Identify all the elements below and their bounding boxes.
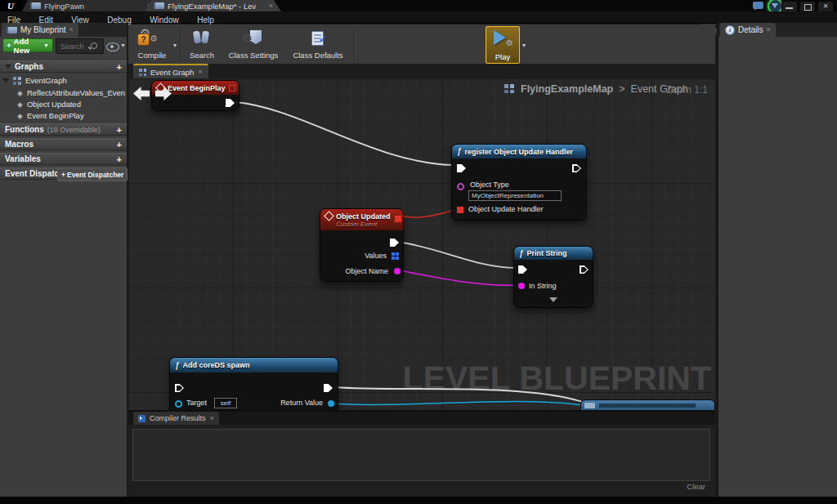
node-register-object-update-handler[interactable]: register Object Update Handler Object Ty… [451, 144, 587, 221]
chevron-down-icon[interactable]: ▾ [173, 42, 177, 49]
function-icon [175, 361, 180, 370]
return-value-pin[interactable] [328, 400, 334, 407]
search-button[interactable]: Search [183, 27, 221, 61]
feedback-bubble-icon[interactable] [753, 2, 763, 9]
function-icon [457, 147, 462, 156]
target-pin[interactable] [175, 400, 182, 408]
node-title: Add coreDS spawn [183, 361, 250, 369]
tree-item-reflectattributevalues[interactable]: ReflectAttributeValues_Even [0, 87, 144, 98]
section-graphs[interactable]: Graphs [0, 60, 127, 73]
delegate-pin[interactable] [229, 85, 235, 91]
taskbar-strip: 5:10 PM [0, 497, 837, 504]
my-blueprint-panel: My Blueprint Add New Graphs EventGraph [0, 23, 128, 497]
minimize-button[interactable] [781, 1, 798, 12]
close-icon[interactable] [269, 2, 273, 10]
toolbar-separator [180, 27, 181, 61]
panel-tab-strip: Details [718, 23, 837, 37]
search-label: Search [183, 51, 221, 60]
tree-item-object-updated[interactable]: Object Updated [0, 99, 144, 109]
add-variable-icon[interactable] [117, 154, 122, 164]
chevron-down-icon[interactable] [120, 42, 126, 48]
panel-tab-strip: Compiler Results [128, 412, 715, 425]
unreal-logo-icon: U [0, 0, 21, 11]
exec-in-pin[interactable] [457, 164, 466, 172]
tree-item-eventgraph[interactable]: EventGraph [0, 75, 129, 86]
blueprint-book-icon [154, 2, 164, 9]
eye-filter-icon[interactable] [106, 42, 119, 51]
tab-compiler-results[interactable]: Compiler Results [133, 412, 219, 425]
class-settings-label: Class Settings [224, 51, 283, 60]
compile-button[interactable]: Compile [133, 27, 171, 61]
tab-my-blueprint[interactable]: My Blueprint [2, 23, 78, 37]
in-string-pin[interactable] [518, 283, 525, 289]
clear-button[interactable]: Clear [687, 482, 705, 491]
exec-out-pin[interactable] [324, 384, 333, 392]
close-icon[interactable] [198, 69, 202, 76]
object-type-field[interactable]: MyObjectRepresentation [468, 190, 562, 201]
play-button[interactable]: Play [486, 26, 520, 64]
add-event-dispatcher-button[interactable]: Event Dispatcher [57, 167, 128, 181]
window-tab-flyingexamplemap[interactable]: FlyingExampleMap* - Lev [145, 0, 281, 11]
tab-event-graph[interactable]: Event Graph [133, 64, 208, 78]
expand-node-icon[interactable] [549, 297, 557, 302]
object-name-pin[interactable] [394, 268, 401, 274]
graph-icon [504, 84, 515, 94]
section-variables[interactable]: Variables [0, 153, 127, 165]
tab-label: My Blueprint [20, 25, 66, 34]
section-functions[interactable]: Functions (19 Overridable) [0, 123, 127, 136]
class-defaults-label: Class Defaults [286, 51, 350, 60]
expander-icon[interactable] [5, 65, 11, 69]
close-icon[interactable] [767, 26, 771, 33]
exec-out-pin[interactable] [226, 99, 235, 107]
node-subtitle: Custom Event [336, 221, 377, 228]
exec-out-pin[interactable] [390, 239, 399, 247]
add-macro-icon[interactable] [117, 140, 122, 149]
class-defaults-icon [286, 27, 350, 50]
exec-in-pin[interactable] [175, 384, 184, 392]
close-icon[interactable] [69, 26, 74, 33]
close-icon[interactable] [210, 415, 214, 422]
exec-out-pin[interactable] [580, 265, 589, 274]
add-new-button[interactable]: Add New [2, 38, 53, 52]
section-label: Event Dispatch [5, 169, 64, 178]
node-add-coreds-spawn[interactable]: Add coreDS spawn Target self Return Valu… [169, 357, 338, 410]
pin-label: Values [365, 252, 387, 260]
class-settings-button[interactable]: Class Settings [224, 27, 283, 61]
expander-icon[interactable] [2, 78, 9, 83]
tab-details[interactable]: Details [720, 23, 776, 37]
node-object-updated[interactable]: Object Updated Custom Event Values Objec… [320, 208, 404, 282]
section-macros[interactable]: Macros [0, 138, 127, 150]
section-label: Graphs [15, 62, 43, 71]
window-tab-flyingpawn[interactable]: FlyingPawn [22, 0, 159, 11]
section-event-dispatchers[interactable]: Event Dispatch Event Dispatcher [0, 167, 127, 180]
tab-label: Compiler Results [150, 414, 206, 422]
event-graph-canvas[interactable]: LEVEL BLUEPRINT FlyingExampleMap > Event… [128, 78, 715, 410]
node-header[interactable]: register Object Update Handler [452, 145, 586, 158]
blueprint-book-icon [30, 2, 41, 9]
add-new-label: Add New [14, 37, 42, 55]
section-label: Functions [5, 125, 44, 134]
add-graph-icon[interactable] [117, 62, 122, 72]
object-update-handler-pin[interactable] [457, 207, 463, 213]
tree-item-event-beginplay[interactable]: Event BeginPlay [0, 110, 144, 121]
values-map-pin[interactable] [392, 252, 399, 260]
breadcrumb-root[interactable]: FlyingExampleMap [521, 83, 613, 95]
breadcrumb: FlyingExampleMap > Event Graph [504, 83, 688, 95]
event-diamond-icon [17, 100, 23, 109]
node-partial-bottom[interactable] [580, 399, 715, 410]
window-tab-label: FlyingPawn [44, 2, 84, 11]
event-diamond-icon [17, 89, 23, 97]
pin-label: Return Value [280, 399, 323, 407]
object-type-pin[interactable] [457, 183, 464, 190]
exec-out-pin[interactable] [572, 164, 581, 172]
add-function-icon[interactable] [117, 125, 122, 135]
exec-in-pin[interactable] [518, 265, 527, 274]
node-print-string[interactable]: Print String In String [513, 246, 593, 308]
chevron-down-icon[interactable]: ▾ [522, 42, 526, 49]
close-window-button[interactable] [817, 1, 834, 12]
delegate-pin[interactable] [395, 216, 401, 222]
target-field[interactable]: self [214, 398, 237, 408]
class-defaults-button[interactable]: Class Defaults [286, 27, 350, 61]
maximize-button[interactable] [799, 1, 816, 12]
graph-tab-strip: Event Graph [128, 64, 715, 78]
